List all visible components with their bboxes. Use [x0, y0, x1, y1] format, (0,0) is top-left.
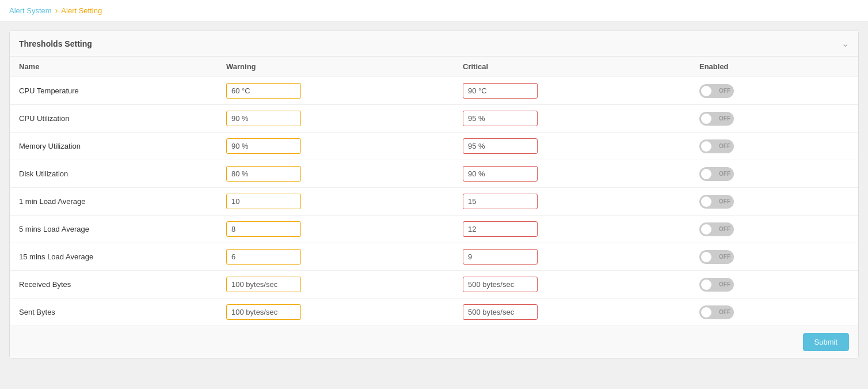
warning-input-4[interactable] [226, 194, 301, 209]
collapse-icon[interactable]: ⌄ [842, 38, 849, 49]
toggle-0[interactable]: OFF [699, 84, 734, 98]
warning-input-1[interactable] [226, 111, 301, 126]
row-label-3: Disk Utilization [19, 169, 226, 178]
critical-input-2[interactable] [463, 138, 538, 154]
critical-input-4[interactable] [463, 194, 538, 209]
critical-cell-2 [463, 138, 699, 154]
row-label-4: 1 min Load Average [19, 197, 226, 206]
page-content: Thresholds Setting ⌄ Name Warning Critic… [0, 21, 868, 368]
warning-input-7[interactable] [226, 277, 301, 292]
row-label-8: Sent Bytes [19, 308, 226, 316]
warning-input-5[interactable] [226, 221, 301, 237]
table-row: CPU Temperature OFF [10, 77, 858, 105]
enabled-cell-0: OFF [699, 84, 849, 98]
table-row: Memory Utilization OFF [10, 133, 858, 160]
table-row: Sent Bytes OFF [10, 299, 858, 326]
toggle-3[interactable]: OFF [699, 167, 734, 181]
critical-cell-0 [463, 83, 699, 99]
critical-input-6[interactable] [463, 249, 538, 265]
row-label-1: CPU Utilization [19, 114, 226, 123]
row-label-0: CPU Temperature [19, 86, 226, 95]
critical-cell-7 [463, 277, 699, 292]
enabled-cell-7: OFF [699, 278, 849, 292]
toggle-2[interactable]: OFF [699, 139, 734, 153]
warning-cell-6 [226, 249, 463, 265]
submit-button[interactable]: Submit [803, 333, 849, 351]
table-row: 1 min Load Average OFF [10, 188, 858, 216]
toggle-1[interactable]: OFF [699, 112, 734, 126]
breadcrumb-current: Alert Setting [61, 6, 102, 15]
col-header-enabled: Enabled [699, 62, 849, 71]
critical-input-8[interactable] [463, 304, 538, 320]
warning-input-6[interactable] [226, 249, 301, 265]
toggle-8[interactable]: OFF [699, 305, 734, 319]
table-body: CPU Temperature OFF CPU Utilization [10, 77, 858, 326]
card-footer: Submit [10, 326, 858, 358]
toggle-6[interactable]: OFF [699, 250, 734, 264]
warning-cell-2 [226, 138, 463, 154]
table-row: Disk Utilization OFF [10, 160, 858, 188]
row-label-5: 5 mins Load Average [19, 225, 226, 233]
warning-cell-4 [226, 194, 463, 209]
col-header-warning: Warning [226, 62, 463, 71]
warning-cell-1 [226, 111, 463, 126]
breadcrumb: Alert System › Alert Setting [0, 0, 868, 21]
thresholds-card: Thresholds Setting ⌄ Name Warning Critic… [9, 31, 859, 358]
critical-input-5[interactable] [463, 221, 538, 237]
critical-cell-1 [463, 111, 699, 126]
table-row: CPU Utilization OFF [10, 105, 858, 133]
enabled-cell-8: OFF [699, 305, 849, 319]
enabled-cell-1: OFF [699, 112, 849, 126]
row-label-6: 15 mins Load Average [19, 252, 226, 261]
toggle-5[interactable]: OFF [699, 222, 734, 236]
breadcrumb-alert-system[interactable]: Alert System [9, 6, 52, 15]
enabled-cell-2: OFF [699, 139, 849, 153]
warning-input-3[interactable] [226, 166, 301, 182]
warning-cell-5 [226, 221, 463, 237]
col-header-critical: Critical [463, 62, 699, 71]
critical-cell-6 [463, 249, 699, 265]
row-label-7: Received Bytes [19, 280, 226, 289]
warning-input-2[interactable] [226, 138, 301, 154]
table-row: 15 mins Load Average OFF [10, 243, 858, 271]
critical-input-3[interactable] [463, 166, 538, 182]
row-label-2: Memory Utilization [19, 142, 226, 150]
table-row: 5 mins Load Average OFF [10, 216, 858, 243]
card-header: Thresholds Setting ⌄ [10, 31, 858, 56]
warning-input-0[interactable] [226, 83, 301, 99]
warning-input-8[interactable] [226, 304, 301, 320]
warning-cell-3 [226, 166, 463, 182]
warning-cell-8 [226, 304, 463, 320]
critical-cell-8 [463, 304, 699, 320]
warning-cell-0 [226, 83, 463, 99]
critical-input-0[interactable] [463, 83, 538, 99]
critical-cell-5 [463, 221, 699, 237]
enabled-cell-3: OFF [699, 167, 849, 181]
table-header: Name Warning Critical Enabled [10, 56, 858, 77]
critical-cell-3 [463, 166, 699, 182]
col-header-name: Name [19, 62, 226, 71]
warning-cell-7 [226, 277, 463, 292]
enabled-cell-6: OFF [699, 250, 849, 264]
breadcrumb-separator: › [55, 6, 58, 15]
enabled-cell-5: OFF [699, 222, 849, 236]
card-title: Thresholds Setting [19, 39, 92, 48]
critical-input-1[interactable] [463, 111, 538, 126]
table-row: Received Bytes OFF [10, 271, 858, 299]
toggle-4[interactable]: OFF [699, 195, 734, 209]
toggle-7[interactable]: OFF [699, 278, 734, 292]
critical-cell-4 [463, 194, 699, 209]
enabled-cell-4: OFF [699, 195, 849, 209]
critical-input-7[interactable] [463, 277, 538, 292]
